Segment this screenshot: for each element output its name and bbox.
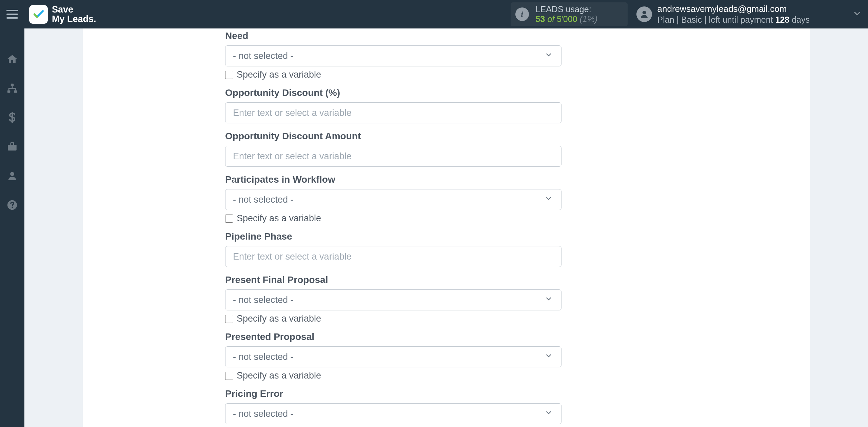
specify-variable-checkbox-row[interactable]: Specify as a variable [225, 69, 561, 80]
sidebar-item-billing[interactable] [0, 109, 24, 126]
field-label: Present Final Proposal [225, 274, 561, 285]
sidebar-item-home[interactable] [0, 51, 24, 68]
user-menu[interactable]: andrewsavemyleads@gmail.com Plan | Basic… [636, 4, 862, 24]
specify-variable-checkbox[interactable] [225, 372, 233, 380]
specify-variable-checkbox[interactable] [225, 71, 233, 79]
sitemap-icon [6, 83, 18, 94]
chevron-down-icon [544, 351, 553, 363]
field-group: Pricing Error- not selected -Specify as … [225, 388, 561, 427]
specify-variable-checkbox-row[interactable]: Specify as a variable [225, 213, 561, 224]
hamburger-line-icon [6, 14, 18, 15]
field-group: Participates in Workflow- not selected -… [225, 174, 561, 224]
brand-logo[interactable]: Save My Leads. [29, 5, 96, 24]
info-icon: i [515, 7, 529, 21]
field-group: Opportunity Discount (%) [225, 87, 561, 123]
svg-rect-2 [7, 90, 10, 93]
hamburger-line-icon [6, 17, 18, 19]
select-dropdown[interactable]: - not selected - [225, 346, 561, 367]
select-dropdown[interactable]: - not selected - [225, 189, 561, 210]
select-value: - not selected - [233, 195, 294, 205]
select-value: - not selected - [233, 409, 294, 419]
select-dropdown[interactable]: - not selected - [225, 45, 561, 66]
help-icon [6, 199, 18, 211]
app-header: Save My Leads. i LEADS usage: 53 of 5'00… [0, 0, 868, 28]
plan-days-word: days [792, 15, 810, 24]
sidebar-item-help[interactable] [0, 197, 24, 214]
brand-line2: My Leads. [52, 14, 96, 24]
svg-point-7 [12, 207, 13, 208]
usage-used: 53 [536, 14, 545, 24]
sidebar-item-connections[interactable] [0, 80, 24, 97]
plan-days-num: 128 [775, 15, 790, 24]
field-label: Presented Proposal [225, 331, 561, 342]
brand-name: Save My Leads. [52, 5, 96, 24]
svg-point-0 [642, 11, 646, 15]
user-icon [6, 170, 18, 182]
variable-text-input[interactable] [233, 246, 554, 267]
select-dropdown[interactable]: - not selected - [225, 289, 561, 310]
chevron-down-icon [544, 50, 553, 62]
plan-row: Plan | Basic | left until payment 128 da… [657, 15, 810, 25]
leads-usage-text: LEADS usage: 53 of 5'000 (1%) [536, 4, 598, 24]
svg-point-5 [10, 172, 14, 176]
specify-variable-checkbox-row[interactable]: Specify as a variable [225, 370, 561, 381]
dollar-icon [6, 112, 18, 123]
plan-mid: | left until payment [704, 15, 775, 24]
sidebar-item-work[interactable] [0, 138, 24, 155]
field-group: Presented Proposal- not selected -Specif… [225, 331, 561, 381]
plan-prefix: Plan | [657, 15, 679, 24]
field-group: Need- not selected -Specify as a variabl… [225, 30, 561, 80]
chevron-down-icon[interactable] [852, 9, 862, 20]
header-right: i LEADS usage: 53 of 5'000 (1%) andr [511, 2, 862, 26]
specify-variable-checkbox[interactable] [225, 315, 233, 323]
svg-rect-4 [8, 145, 17, 150]
specify-variable-label: Specify as a variable [237, 313, 321, 324]
brand-line1: Save [52, 5, 96, 14]
briefcase-icon [6, 141, 18, 152]
plan-name: Basic [681, 15, 702, 24]
field-group: Present Final Proposal- not selected -Sp… [225, 274, 561, 324]
select-dropdown[interactable]: - not selected - [225, 403, 561, 424]
select-value: - not selected - [233, 295, 294, 305]
field-label: Pricing Error [225, 388, 561, 399]
specify-variable-label: Specify as a variable [237, 69, 321, 80]
specify-variable-checkbox-row[interactable]: Specify as a variable [225, 313, 561, 324]
chevron-down-icon [544, 294, 553, 306]
select-value: - not selected - [233, 51, 294, 61]
sidebar-item-account[interactable] [0, 167, 24, 184]
field-group: Opportunity Discount Amount [225, 131, 561, 167]
avatar [636, 6, 652, 22]
text-input-wrapper [225, 246, 561, 267]
header-left: Save My Leads. [0, 0, 96, 28]
home-icon [6, 54, 18, 65]
text-input-wrapper [225, 146, 561, 167]
svg-rect-1 [11, 84, 14, 86]
hamburger-line-icon [6, 10, 18, 11]
text-input-wrapper [225, 102, 561, 123]
usage-values: 53 of 5'000 (1%) [536, 14, 598, 24]
user-info: andrewsavemyleads@gmail.com Plan | Basic… [657, 4, 810, 24]
chevron-down-icon [544, 408, 553, 420]
usage-total: 5'000 [557, 14, 577, 24]
field-label: Pipeline Phase [225, 231, 561, 242]
variable-text-input[interactable] [233, 146, 554, 166]
logo-icon [29, 5, 48, 24]
select-value: - not selected - [233, 352, 294, 362]
leads-usage-box[interactable]: i LEADS usage: 53 of 5'000 (1%) [511, 2, 628, 26]
specify-variable-label: Specify as a variable [237, 213, 321, 224]
page-scroll-area[interactable]: Need- not selected -Specify as a variabl… [24, 28, 868, 427]
variable-text-input[interactable] [233, 103, 554, 123]
field-group: Pipeline Phase [225, 231, 561, 267]
menu-toggle-button[interactable] [0, 0, 24, 28]
svg-rect-3 [14, 90, 17, 93]
left-sidebar [0, 28, 24, 427]
usage-label: LEADS usage: [536, 4, 598, 14]
chevron-down-icon [544, 194, 553, 205]
form-card: Need- not selected -Specify as a variabl… [83, 28, 810, 427]
specify-variable-label: Specify as a variable [237, 370, 321, 381]
usage-pct: (1%) [580, 14, 598, 24]
field-label: Participates in Workflow [225, 174, 561, 185]
specify-variable-checkbox[interactable] [225, 215, 233, 223]
usage-of: of [547, 14, 554, 24]
mapping-form: Need- not selected -Specify as a variabl… [225, 28, 561, 427]
